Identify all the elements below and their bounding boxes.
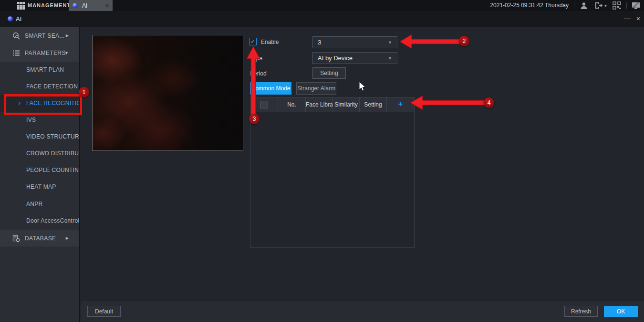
table-header-row: No. Face Librar Similarity Setting + — [250, 97, 414, 112]
annotation-badge-3: 3 — [249, 114, 260, 124]
sidebar-item-parameters[interactable]: PARAMETERS ▼ — [0, 44, 79, 62]
smart-search-icon — [12, 32, 20, 40]
channel-select[interactable]: 3 ▼ — [312, 36, 397, 48]
sidebar-item-label: DATABASE — [25, 235, 56, 242]
ok-button[interactable]: OK — [604, 306, 638, 317]
collapse-down-icon: ▼ — [64, 51, 69, 55]
apps-grid-icon[interactable] — [17, 2, 25, 10]
mouse-cursor — [359, 82, 365, 91]
parameters-list-icon — [12, 49, 20, 57]
sidebar-item-video-structuring[interactable]: VIDEO STRUCTURI... — [0, 129, 79, 145]
topbar-divider — [626, 2, 627, 9]
sidebar-item-smart-plan[interactable]: SMART PLAN — [0, 62, 79, 78]
logout-caret-icon[interactable]: ▼ — [604, 4, 607, 8]
tab-ai[interactable]: AI × — [69, 0, 113, 11]
tab-ai-label: AI — [82, 2, 105, 9]
ai-settings-window: MANAGEMENT AI × 2021-02-25 09:31:42 Thur… — [0, 0, 644, 322]
app-tab-bar: MANAGEMENT AI × 2021-02-25 09:31:42 Thur… — [0, 0, 644, 11]
sidebar-item-smart-search[interactable]: SMART SEA... ▶ — [0, 27, 79, 44]
chevron-down-icon: ▼ — [388, 56, 392, 61]
select-all-checkbox[interactable] — [260, 101, 268, 108]
sidebar-item-crowd-distribution[interactable]: CROWD DISTRIBU... — [0, 145, 79, 162]
qr-code-icon[interactable] — [613, 1, 621, 10]
type-label: Type — [250, 55, 262, 62]
sidebar-item-label: SMART SEA... — [25, 32, 65, 39]
database-icon — [12, 235, 20, 242]
period-setting-button[interactable]: Setting — [312, 67, 346, 79]
chevron-down-icon: ▼ — [388, 40, 392, 45]
annotation-box-step1 — [4, 94, 82, 115]
ai-sphere-icon — [8, 16, 13, 21]
ai-sphere-icon — [73, 3, 78, 8]
channel-value: 3 — [318, 39, 321, 46]
annotation-arrow-step4 — [410, 96, 488, 110]
sidebar-item-anpr[interactable]: ANPR — [0, 196, 79, 213]
logout-icon[interactable] — [594, 1, 603, 10]
column-face-library: Face Librar — [306, 97, 333, 112]
camera-preview — [92, 35, 243, 151]
sidebar-item-door-access-control[interactable]: Door AccessControl — [0, 213, 79, 229]
default-button[interactable]: Default — [87, 306, 121, 317]
tab-close-icon[interactable]: × — [105, 2, 109, 9]
sidebar-item-heat-map[interactable]: HEAT MAP — [0, 179, 79, 195]
enable-checkbox[interactable]: ✓ — [249, 38, 257, 45]
column-no: No. — [278, 97, 306, 112]
display-output-icon[interactable] — [632, 1, 640, 10]
sidebar-item-database[interactable]: DATABASE ▶ — [0, 230, 79, 247]
column-similarity: Similarity — [333, 97, 360, 112]
sidebar-item-label: PARAMETERS — [25, 50, 66, 56]
refresh-button[interactable]: Refresh — [564, 306, 598, 317]
expand-right-icon: ▶ — [66, 236, 69, 240]
select-all-cell[interactable] — [250, 97, 278, 112]
column-setting: Setting — [360, 97, 387, 112]
face-library-table: No. Face Librar Similarity Setting + — [250, 97, 415, 248]
annotation-arrow-step2 — [400, 34, 462, 49]
management-menu[interactable]: MANAGEMENT — [28, 0, 71, 11]
annotation-badge-4: 4 — [484, 97, 494, 108]
type-select[interactable]: AI by Device ▼ — [312, 52, 397, 64]
system-datetime: 2021-02-25 09:31:42 Thursday — [490, 0, 569, 11]
expand-right-icon: ▶ — [66, 33, 69, 38]
window-title-bar: AI — × — [0, 11, 644, 27]
user-icon[interactable] — [580, 1, 588, 10]
footer-bar — [81, 300, 644, 322]
add-face-library-button[interactable]: + — [387, 97, 414, 112]
sidebar-item-people-counting[interactable]: PEOPLE COUNTING — [0, 162, 79, 179]
enable-label: Enable — [261, 39, 279, 45]
window-title: AI — [16, 11, 21, 27]
tab-stranger-alarm[interactable]: Stranger Alarm — [296, 82, 336, 95]
close-button[interactable]: × — [636, 11, 640, 27]
sidebar: SMART SEA... ▶ PARAMETERS ▼ SMART PLAN F… — [0, 27, 80, 322]
period-label: Period — [250, 70, 267, 77]
check-icon: ✓ — [250, 38, 255, 45]
annotation-badge-2: 2 — [459, 36, 469, 46]
annotation-badge-1: 1 — [79, 87, 89, 97]
sidebar-item-face-detection[interactable]: FACE DETECTION — [0, 78, 79, 95]
tab-common-mode[interactable]: Common Mode — [250, 82, 291, 95]
minimize-button[interactable]: — — [624, 11, 631, 27]
topbar-divider — [574, 2, 574, 9]
type-value: AI by Device — [318, 54, 353, 62]
